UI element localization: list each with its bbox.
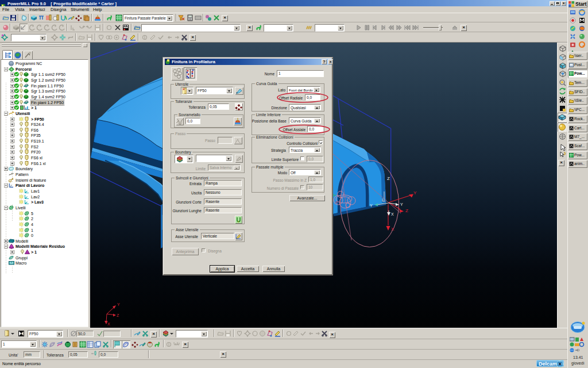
svg-text:X: X	[107, 322, 110, 326]
svg-text:Y: Y	[400, 202, 403, 206]
svg-text:X: X	[391, 212, 394, 216]
svg-text:Y: Y	[370, 204, 373, 208]
svg-text:Z: Z	[405, 208, 408, 213]
svg-text:Z: Z	[117, 313, 119, 317]
svg-text:Z: Z	[387, 176, 390, 181]
svg-text:Y: Y	[117, 302, 120, 306]
svg-text:X: X	[391, 227, 394, 232]
svg-text:Y: Y	[413, 190, 417, 195]
